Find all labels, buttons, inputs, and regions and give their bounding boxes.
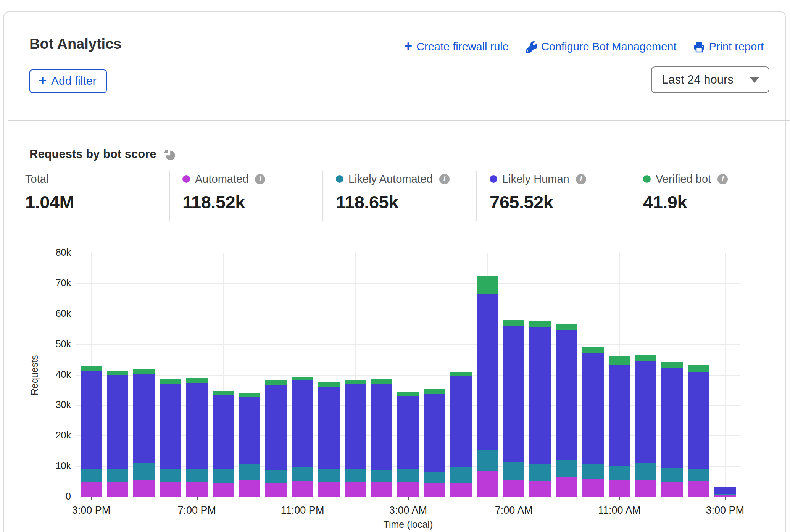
bar-segment-likely-human[interactable] — [160, 384, 181, 469]
bar-segment-likely-human[interactable] — [556, 330, 577, 460]
bar-segment-verified-bot[interactable] — [688, 365, 709, 372]
bar-segment-verified-bot[interactable] — [107, 371, 128, 375]
bar-segment-verified-bot[interactable] — [133, 369, 155, 374]
bar-segment-verified-bot[interactable] — [81, 366, 102, 371]
bar-segment-verified-bot[interactable] — [318, 382, 340, 386]
bar-9-00-am[interactable] — [556, 324, 577, 497]
time-range-dropdown[interactable]: Last 24 hours — [651, 66, 769, 93]
bar-3-00-pm[interactable] — [714, 487, 736, 497]
bar-segment-likely-human[interactable] — [714, 487, 736, 494]
bar-segment-verified-bot[interactable] — [239, 393, 260, 397]
bar-3-00-am[interactable] — [397, 392, 419, 497]
bar-12-00-pm[interactable] — [635, 355, 656, 497]
bar-segment-automated[interactable] — [450, 483, 472, 497]
bar-segment-likely-automated[interactable] — [450, 467, 472, 483]
bar-segment-automated[interactable] — [688, 481, 709, 497]
add-filter-button[interactable]: + Add filter — [29, 69, 107, 93]
bar-segment-likely-automated[interactable] — [424, 472, 445, 483]
create-firewall-rule-link[interactable]: + Create firewall rule — [404, 40, 509, 53]
bar-5-00-pm[interactable] — [133, 369, 155, 497]
info-icon[interactable]: i — [255, 174, 265, 184]
bar-segment-likely-automated[interactable] — [265, 470, 287, 483]
bar-segment-likely-automated[interactable] — [318, 469, 340, 482]
bar-segment-likely-automated[interactable] — [688, 469, 709, 481]
bar-segment-automated[interactable] — [661, 482, 683, 497]
bar-segment-likely-human[interactable] — [318, 387, 340, 469]
bar-segment-automated[interactable] — [107, 482, 128, 497]
bar-segment-likely-human[interactable] — [503, 326, 524, 462]
bar-segment-automated[interactable] — [345, 482, 366, 497]
info-icon[interactable]: i — [439, 174, 450, 184]
bar-segment-verified-bot[interactable] — [265, 380, 287, 385]
bar-segment-automated[interactable] — [81, 482, 102, 497]
bar-segment-likely-human[interactable] — [345, 384, 366, 469]
bar-segment-automated[interactable] — [133, 480, 155, 497]
bar-segment-likely-human[interactable] — [397, 396, 419, 468]
bar-segment-automated[interactable] — [397, 482, 419, 497]
bar-1-00-pm[interactable] — [661, 362, 683, 497]
bar-segment-automated[interactable] — [239, 480, 260, 497]
bar-segment-automated[interactable] — [556, 477, 577, 497]
bar-segment-automated[interactable] — [609, 480, 630, 497]
bar-segment-verified-bot[interactable] — [609, 356, 630, 365]
bar-segment-verified-bot[interactable] — [661, 362, 683, 368]
bar-segment-verified-bot[interactable] — [371, 379, 392, 383]
bar-segment-likely-automated[interactable] — [345, 469, 366, 482]
bar-segment-likely-human[interactable] — [477, 294, 498, 450]
bar-5-00-am[interactable] — [450, 372, 472, 497]
bar-segment-likely-automated[interactable] — [213, 469, 234, 483]
bar-segment-automated[interactable] — [582, 479, 604, 497]
bar-segment-likely-automated[interactable] — [635, 463, 656, 480]
bar-segment-likely-human[interactable] — [661, 368, 683, 468]
bar-segment-likely-human[interactable] — [635, 361, 656, 463]
bar-segment-verified-bot[interactable] — [397, 392, 419, 396]
bar-segment-likely-automated[interactable] — [556, 460, 577, 477]
bar-segment-verified-bot[interactable] — [503, 320, 524, 326]
bar-4-00-am[interactable] — [424, 389, 445, 497]
bar-segment-likely-human[interactable] — [133, 374, 155, 463]
bar-segment-likely-automated[interactable] — [609, 466, 630, 480]
bar-segment-likely-automated[interactable] — [81, 469, 102, 482]
bar-segment-verified-bot[interactable] — [424, 389, 445, 394]
bar-segment-automated[interactable] — [477, 471, 498, 497]
bar-segment-likely-automated[interactable] — [661, 468, 683, 482]
bar-2-00-pm[interactable] — [688, 365, 709, 497]
bar-segment-likely-automated[interactable] — [292, 467, 313, 481]
bar-10-00-pm[interactable] — [265, 380, 287, 497]
bar-segment-likely-human[interactable] — [265, 385, 287, 471]
bar-segment-likely-automated[interactable] — [397, 469, 419, 482]
info-icon[interactable]: i — [576, 174, 586, 184]
bar-segment-likely-human[interactable] — [239, 397, 260, 465]
bar-segment-automated[interactable] — [292, 481, 313, 497]
bar-segment-likely-automated[interactable] — [107, 469, 128, 482]
bar-segment-likely-automated[interactable] — [582, 464, 604, 479]
bar-segment-likely-human[interactable] — [609, 365, 630, 466]
bar-8-00-pm[interactable] — [213, 391, 234, 497]
info-icon[interactable]: i — [717, 174, 728, 184]
bar-segment-automated[interactable] — [424, 483, 445, 497]
bar-6-00-am[interactable] — [477, 276, 498, 497]
configure-bot-management-link[interactable]: Configure Bot Management — [526, 40, 677, 53]
bar-11-00-am[interactable] — [609, 356, 630, 497]
bar-segment-likely-human[interactable] — [107, 375, 128, 468]
bar-8-00-am[interactable] — [529, 321, 551, 497]
bar-segment-likely-human[interactable] — [81, 371, 102, 468]
bar-segment-automated[interactable] — [635, 480, 656, 497]
bar-3-00-pm[interactable] — [81, 366, 102, 497]
bar-segment-likely-human[interactable] — [371, 384, 392, 470]
bar-segment-likely-automated[interactable] — [133, 463, 155, 480]
bar-segment-verified-bot[interactable] — [345, 380, 366, 384]
bar-segment-verified-bot[interactable] — [582, 347, 604, 353]
bar-segment-likely-automated[interactable] — [239, 464, 260, 480]
bar-segment-automated[interactable] — [371, 482, 392, 497]
bar-segment-likely-human[interactable] — [424, 394, 445, 472]
bar-10-00-am[interactable] — [582, 347, 604, 497]
bar-segment-verified-bot[interactable] — [213, 391, 234, 395]
bar-12-00-am[interactable] — [318, 382, 340, 497]
bar-segment-verified-bot[interactable] — [529, 321, 551, 327]
bar-segment-likely-human[interactable] — [529, 327, 551, 464]
bar-segment-likely-automated[interactable] — [371, 470, 392, 483]
bar-segment-likely-automated[interactable] — [160, 469, 181, 482]
bar-segment-likely-human[interactable] — [213, 395, 234, 469]
bar-segment-verified-bot[interactable] — [186, 378, 208, 383]
